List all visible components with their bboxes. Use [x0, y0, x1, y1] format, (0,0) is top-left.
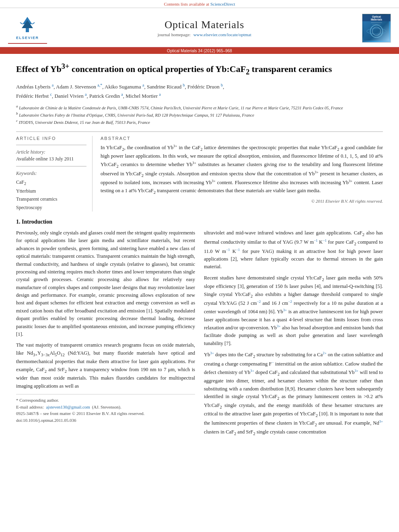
article-title: Effect of Yb3+ concentration on optical …: [16, 62, 383, 77]
footnote-email-label: E-mail address:: [16, 405, 44, 409]
elsevier-tree-icon: [17, 16, 38, 35]
footnote-email-name: (AJ. Stevenson).: [92, 405, 121, 409]
homepage-url[interactable]: www.elsevier.com/locate/optmat: [193, 32, 251, 37]
section1-heading: 1. Introduction: [16, 219, 383, 225]
abstract-label: ABSTRACT: [101, 136, 383, 141]
affiliation-b: Laboratoire Charles Fabry de l'Institut …: [19, 113, 254, 117]
journal-homepage: journal homepage: www.elsevier.com/locat…: [47, 32, 362, 37]
divider2: [16, 145, 86, 145]
intro-col-right: ultraviolet and mid-wave infrared window…: [204, 229, 383, 440]
affiliations: a Laboratoire de Chimie de la Matière Co…: [16, 104, 383, 126]
article-content: Effect of Yb3+ concentration on optical …: [0, 54, 399, 448]
intro-para1: Previously, only single crystals and gla…: [16, 229, 195, 338]
article-authors: Andréas Lyberis a, Adam J. Stevenson a,*…: [16, 82, 383, 101]
article-info-col: ARTICLE INFO Article history: Available …: [16, 136, 93, 212]
footnote-doi: doi:10.1016/j.optmat.2011.05.036: [16, 417, 195, 424]
top-bar: Contents lists available at ScienceDirec…: [0, 0, 399, 8]
volume-info: Optical Materials 34 (2012) 965–968: [167, 49, 232, 53]
journal-title-center: Optical Materials journal homepage: www.…: [47, 19, 362, 37]
footnote-corresponding: * Corresponding author.: [16, 397, 195, 404]
sciencedirect-prefix: Contents lists available at: [164, 2, 209, 6]
abstract-col: ABSTRACT In Yb:CaF2, the coordination of…: [101, 136, 383, 212]
affiliation-a: Laboratoire de Chimie de la Matière Cond…: [19, 105, 343, 110]
available-online: Available online 13 July 2011: [16, 156, 86, 162]
journal-cover-image: OpticalMaterials: [362, 14, 391, 43]
intro-two-col: Previously, only single crystals and gla…: [16, 229, 383, 440]
affiliation-c: ITODYS, Université Denis Diderot, 15 rue…: [19, 120, 150, 125]
abstract-text: In Yb:CaF2, the coordination of Yb3+ in …: [101, 144, 383, 196]
intro-para2: The vast majority of transparent ceramic…: [16, 341, 195, 390]
intro-col-left: Previously, only single crystals and gla…: [16, 229, 195, 440]
divider3: [16, 166, 86, 166]
intro-para4: Recent studies have demonstrated single …: [204, 274, 383, 347]
intro-para3: ultraviolet and mid-wave infrared window…: [204, 229, 383, 271]
keywords-list: CaF2 Ytterbium Transparent ceramics Spec…: [16, 178, 86, 212]
introduction-section: 1. Introduction Previously, only single …: [16, 219, 383, 440]
article-info-label: ARTICLE INFO: [16, 136, 86, 141]
info-abstract-section: ARTICLE INFO Article history: Available …: [16, 136, 383, 212]
svg-rect-3: [26, 28, 29, 32]
elsevier-logo: ELSEVIER: [8, 12, 47, 44]
journal-header: ELSEVIER Optical Materials journal homep…: [0, 8, 399, 48]
article-history-label: Article history:: [16, 149, 86, 155]
volume-info-bar: Optical Materials 34 (2012) 965–968: [0, 48, 399, 54]
footnote-copyright-text: 0925-3467/$ – see front matter © 2011 El…: [16, 410, 195, 417]
page-wrapper: Contents lists available at ScienceDirec…: [0, 0, 399, 532]
email-link[interactable]: ajsteven130@gmail.com: [46, 405, 90, 409]
keywords-section: Keywords: CaF2 Ytterbium Transparent cer…: [16, 170, 86, 212]
cover-label: OpticalMaterials: [362, 15, 391, 21]
divider: [16, 131, 383, 132]
intro-para5: Yb3+ dopes into the CaF2 structure by su…: [204, 351, 383, 437]
keywords-label: Keywords:: [16, 170, 86, 177]
elsevier-logo-img: ELSEVIER: [16, 16, 39, 40]
homepage-label: journal homepage:: [158, 32, 191, 37]
footnote-email: E-mail address: ajsteven130@gmail.com (A…: [16, 404, 195, 411]
footnote-section: * Corresponding author. E-mail address: …: [16, 394, 195, 423]
sciencedirect-link[interactable]: ScienceDirect: [210, 2, 235, 6]
journal-title: Optical Materials: [47, 19, 362, 31]
copyright: © 2011 Elsevier B.V. All rights reserved…: [101, 199, 383, 203]
